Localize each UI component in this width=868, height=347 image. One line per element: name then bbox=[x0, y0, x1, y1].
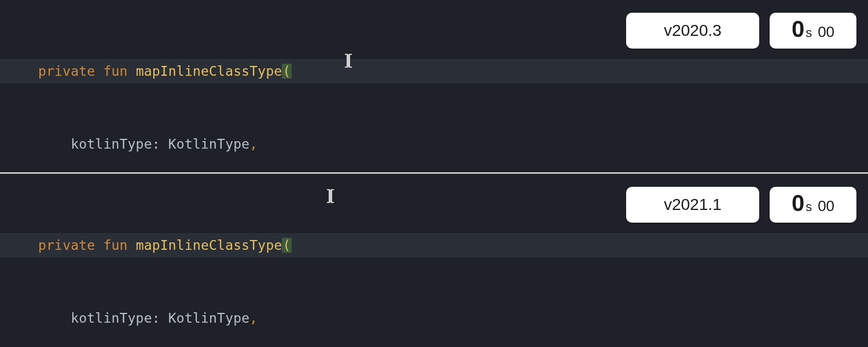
timer-seconds: 0 bbox=[792, 17, 804, 40]
code-line[interactable]: private fun mapInlineClassType( bbox=[0, 59, 868, 83]
timer-seconds: 0 bbox=[792, 191, 804, 215]
editor-pane-bottom: v2021.1 0 s 00 private fun mapInlineClas… bbox=[0, 174, 868, 347]
code-line[interactable]: kotlinType: KotlinType, bbox=[0, 132, 868, 156]
timer-unit: s bbox=[806, 200, 812, 215]
param-name: kotlinType bbox=[71, 311, 152, 326]
keyword-fun: fun bbox=[103, 238, 127, 253]
param-type: KotlinType bbox=[168, 311, 249, 326]
keyword-private: private bbox=[38, 64, 95, 79]
version-text: v2021.1 bbox=[664, 195, 722, 214]
param-type: KotlinType bbox=[168, 136, 249, 152]
open-paren-icon: ( bbox=[282, 238, 291, 253]
version-badge: v2020.3 bbox=[626, 13, 759, 49]
timer-badge: 0 s 00 bbox=[770, 187, 856, 223]
param-name: kotlinType bbox=[71, 136, 152, 152]
open-paren-icon: ( bbox=[282, 64, 291, 79]
code-line[interactable]: kotlinType: KotlinType, bbox=[0, 306, 868, 330]
version-text: v2020.3 bbox=[664, 21, 722, 40]
timer-badge: 0 s 00 bbox=[770, 13, 856, 49]
timer-ms: 00 bbox=[818, 23, 834, 41]
timer-unit: s bbox=[806, 25, 812, 40]
editor-pane-top: v2020.3 0 s 00 private fun mapInlineClas… bbox=[0, 0, 868, 174]
keyword-private: private bbox=[38, 238, 95, 253]
keyword-fun: fun bbox=[103, 64, 127, 79]
function-name: mapInlineClassType bbox=[136, 64, 282, 79]
version-badge: v2021.1 bbox=[626, 187, 759, 223]
function-name: mapInlineClassType bbox=[136, 238, 282, 253]
code-line[interactable]: private fun mapInlineClassType( bbox=[0, 233, 868, 257]
timer-ms: 00 bbox=[818, 197, 834, 215]
